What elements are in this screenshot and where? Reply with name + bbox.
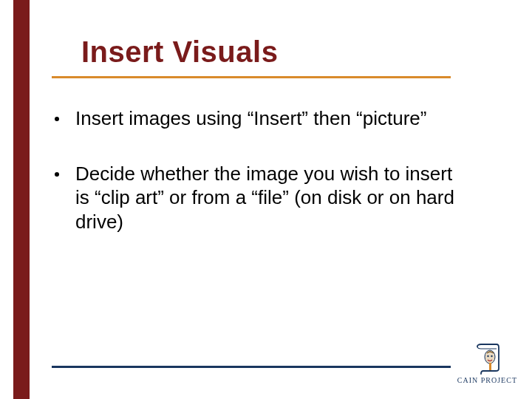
svg-point-1 <box>488 355 489 357</box>
cain-project-logo: CAIN PROJECT <box>457 344 517 384</box>
svg-point-2 <box>491 355 493 357</box>
title-underline <box>52 76 451 78</box>
bullet-icon <box>55 172 59 177</box>
left-vertical-band <box>13 0 30 399</box>
bullet-list: Insert images using “Insert” then “pictu… <box>52 106 466 233</box>
bullet-text: Decide whether the image you wish to ins… <box>75 162 466 234</box>
bullet-icon <box>55 117 59 121</box>
bullet-text: Insert images using “Insert” then “pictu… <box>75 106 426 131</box>
logo-mark-icon <box>474 344 499 375</box>
logo-text: CAIN PROJECT <box>457 376 517 384</box>
bottom-underline <box>52 366 451 368</box>
slide-title: Insert Visuals <box>81 35 517 69</box>
list-item: Decide whether the image you wish to ins… <box>52 162 466 234</box>
svg-point-0 <box>485 350 495 364</box>
svg-rect-3 <box>489 363 491 370</box>
list-item: Insert images using “Insert” then “pictu… <box>52 106 466 131</box>
slide-content: Insert Visuals Insert images using “Inse… <box>44 0 517 399</box>
